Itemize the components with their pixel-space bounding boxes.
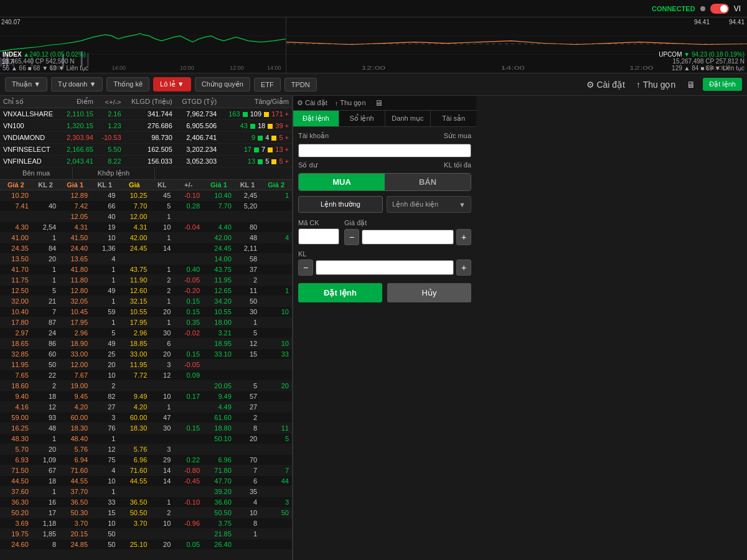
td-kl1-mua: 19 [91, 222, 118, 233]
th-pm: +/- [174, 180, 203, 190]
tu-doanh-button[interactable]: Tự doanh ▼ [51, 77, 103, 91]
kl-increase-btn[interactable]: + [456, 259, 471, 276]
td-kl1-mua: 5 [91, 328, 118, 338]
td-g2-mua: 12.50 [0, 286, 32, 296]
td-pm: 0.15 [174, 296, 203, 307]
dat-lenh-toolbar-button[interactable]: Đặt lệnh [703, 78, 742, 91]
th-g1-ban: Giá 1 [203, 180, 235, 190]
td-gia-khop: 7.72 [118, 370, 150, 381]
td-kl2-mua: 1 [32, 487, 59, 497]
chart-right-price2: 94.41 [694, 19, 710, 26]
index-change: 8.22 [96, 156, 125, 167]
td-kl1-mua: 4 [91, 465, 118, 476]
huy-button[interactable]: Hủy [387, 283, 471, 302]
gia-increase-btn[interactable]: + [456, 229, 471, 245]
td-kl1-mua: 1 [91, 434, 118, 444]
gia-decrease-btn[interactable]: − [344, 229, 359, 245]
chevron-down-icon: ▼ [459, 201, 466, 208]
chung-quyen-button[interactable]: Chứng quyền [195, 77, 250, 91]
td-pm [174, 402, 203, 413]
thong-ke-button[interactable]: Thống kê [106, 77, 149, 91]
tab-so-lenh[interactable]: Sổ lệnh [339, 111, 385, 126]
td-pm: -0.04 [174, 222, 203, 233]
index-table-row[interactable]: VN100 1,320.15 1.23 276.686 6,905.506 43… [0, 120, 292, 132]
td-pm: 0.15 [174, 423, 203, 434]
lo-le-button[interactable]: Lô lẻ ▼ [153, 77, 191, 91]
lenh-thuong-btn[interactable]: Lệnh thường [298, 196, 383, 213]
index-table-row[interactable]: VNFINLEAD 2,043.41 8.22 156.033 3,052.30… [0, 156, 292, 167]
cai-dat-button[interactable]: ⚙ Cài đặt [583, 78, 629, 91]
td-kl-khop: 10 [150, 518, 174, 529]
td-kl2-mua: 2,54 [32, 222, 59, 233]
toggle-button[interactable] [710, 4, 729, 14]
index-change: -10.53 [96, 132, 125, 144]
td-g1-mua: 12.05 [59, 212, 91, 222]
td-g2-ban [260, 243, 292, 254]
td-gia-khop [118, 381, 150, 391]
td-kl1-mua: 10 [91, 476, 118, 487]
td-kl1-ban: 57 [235, 391, 260, 402]
trading-table: Giá 2 KL 2 Giá 1 KL 1 Giá KL +/- Giá 1 K… [0, 180, 292, 550]
td-kl1-mua: 59 [91, 307, 118, 317]
td-g1-ban: 3.21 [203, 328, 235, 338]
header-ben-ban [155, 167, 292, 179]
mua-tab[interactable]: MUA [299, 174, 385, 190]
td-kl1-ban: 11 [235, 286, 260, 296]
td-g1-mua: 36.50 [59, 497, 91, 508]
td-kl-khop [150, 529, 174, 539]
td-g2-mua: 48.30 [0, 434, 32, 444]
account-input[interactable] [298, 144, 471, 157]
tpdn-button[interactable]: TPDN [284, 78, 317, 91]
ma-ck-label: Mã CK [298, 219, 339, 226]
th-diem: Điểm [61, 96, 96, 108]
td-g2-mua: 11.75 [0, 275, 32, 286]
td-g2-ban: 33 [260, 349, 292, 360]
index-change: 5.50 [96, 144, 125, 156]
gia-dat-input[interactable] [362, 230, 454, 245]
monitor-tab[interactable]: 🖥 [370, 96, 388, 110]
dat-lenh-button[interactable]: Đặt lệnh [298, 283, 382, 302]
trading-table-row: 36.30 16 36.50 33 36.50 1 -0.10 36.60 4 … [0, 497, 292, 508]
tab-dat-lenh[interactable]: Đặt lệnh [293, 111, 339, 126]
td-kl2-mua: 7 [32, 307, 59, 317]
index-tang-giam: 163 109 171 + [220, 108, 292, 120]
lenh-dieu-kien-select[interactable]: Lệnh điều kiện ▼ [387, 196, 471, 213]
td-kl1-ban: 58 [235, 254, 260, 264]
thu-gon-button[interactable]: ↑ Thu gọn [632, 78, 679, 91]
ban-tab[interactable]: BÁN [385, 174, 471, 190]
td-gia-khop [118, 529, 150, 539]
td-pm [174, 434, 203, 444]
td-pm [174, 254, 203, 264]
index-num: 56 ▲ 66 ■ 68 ▼ 69 ▼ Liên tục [2, 65, 88, 72]
td-g2-mua: 7.65 [0, 370, 32, 381]
td-pm: -0.05 [174, 360, 203, 370]
index-change: 2.16 [96, 108, 125, 120]
index-table-row[interactable]: VNFINSELECT 2,166.65 5.50 162.505 3,202.… [0, 144, 292, 156]
monitor-button[interactable]: 🖥 [683, 78, 699, 91]
index-table-row[interactable]: VNXALLSHARE 2,110.15 2.16 341.744 7,962.… [0, 108, 292, 120]
ma-ck-input[interactable] [298, 228, 339, 245]
kl-decrease-btn[interactable]: − [298, 259, 313, 276]
td-g1-mua: 2.96 [59, 328, 91, 338]
td-gia-khop: 5.76 [118, 444, 150, 455]
thuan-button[interactable]: Thuận ▼ [5, 77, 47, 91]
index-table-row[interactable]: VNDIAMOND 2,303.94 -10.53 98.730 2,406.7… [0, 132, 292, 144]
svg-text:12:00: 12:00 [361, 65, 385, 71]
right-panel: ⚙ Cài đặt ↑ Thu gọn 🖥 Đặt lệnh Sổ lệnh D… [293, 96, 476, 560]
td-g2-mua: 10.40 [0, 307, 32, 317]
index-change: (0.05 0.02%) [50, 51, 86, 58]
gear-icon: ⚙ [297, 99, 303, 107]
th-kl-khop: KL [150, 180, 174, 190]
thu-gon-tab[interactable]: ↑ Thu gọn [331, 96, 370, 110]
etf-button[interactable]: ETF [254, 78, 281, 91]
tab-tai-san[interactable]: Tài sản [431, 111, 476, 126]
cai-dat-tab[interactable]: ⚙ Cài đặt [293, 96, 331, 110]
tab-danh-muc[interactable]: Danh mục [385, 111, 431, 126]
td-kl1-ban: 27 [235, 402, 260, 413]
td-kl2-mua: 87 [32, 317, 59, 328]
kl-input[interactable] [316, 260, 454, 275]
td-pm [174, 529, 203, 539]
index-name: VNFINSELECT [0, 144, 61, 156]
td-g1-ban [203, 360, 235, 370]
td-kl1-ban: 7 [235, 465, 260, 476]
